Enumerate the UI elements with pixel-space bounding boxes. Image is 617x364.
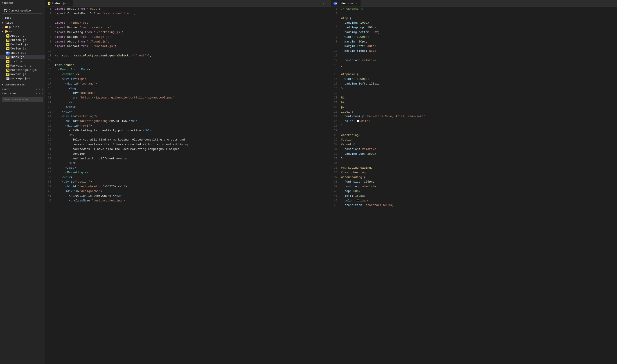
code-line: 7 width: 1000px;: [331, 35, 617, 39]
code-line: 35 </div>: [45, 166, 331, 170]
info-section[interactable]: ▶ INFO: [0, 15, 45, 20]
code-line: 26 <div id="row1">: [45, 124, 331, 128]
code-line: 39 <h1 id="designheading">DESIGN.</h1>: [45, 184, 331, 189]
file-design-js[interactable]: JS Design.js: [0, 47, 45, 51]
code-line: 16 width: 1200px;: [331, 77, 617, 82]
code-line: 24 <div id="marketing">: [45, 114, 331, 119]
code-line: 18}: [331, 86, 617, 91]
code-editor-css[interactable]: 1/* GENERAL */ 2 3#top { 4 padding: 100p…: [331, 7, 617, 364]
code-line: 13root.render(: [45, 63, 331, 68]
code-line: 14 <React.StrictMode>: [45, 67, 331, 72]
tab-css-close[interactable]: ×: [355, 1, 358, 5]
files-chevron: ▼: [2, 22, 3, 24]
code-line: 34 </p>: [45, 161, 331, 166]
js-icon: JS: [6, 47, 10, 50]
code-line: 35#marketingheading,: [331, 166, 617, 170]
code-line: 33}: [331, 156, 617, 161]
code-line: 6import Marketing from './Marketing.js';: [45, 30, 331, 35]
folder-icon-src: 📂: [4, 30, 8, 33]
css-icon: CSS: [6, 52, 10, 55]
info-chevron: ▶: [2, 17, 3, 19]
file-contact-js[interactable]: JS Contact.js: [0, 42, 45, 47]
code-line: 5import Navbar from './Navbar.js';: [45, 26, 331, 30]
code-line: 28 <p>: [45, 133, 331, 138]
project-label: PROJECT: [2, 2, 13, 4]
code-line: 3#top {: [331, 16, 617, 21]
code-line: 28#marketing,: [331, 133, 617, 138]
deps-section[interactable]: ▼ DEPENDENCIES: [0, 82, 45, 87]
code-line: 37 </div>: [45, 175, 331, 180]
file-tree: ▶ 📁 public ▼ 📂 src JS About.js JS Button…: [0, 25, 45, 82]
code-line: 33 and design for different events.: [45, 156, 331, 161]
code-line: 32 develop: [45, 152, 331, 156]
code-line: 40 top: 60px;: [331, 189, 617, 194]
code-line: 34: [331, 161, 617, 166]
dep-react: react 18.2.0: [0, 88, 45, 91]
file-marketingold-js[interactable]: JS Marketingold.js: [0, 68, 45, 72]
tab-js-close[interactable]: ×: [67, 1, 70, 5]
code-line: 32 padding-top: 250px;: [331, 152, 617, 156]
code-line: 36 <Marketing />: [45, 170, 331, 175]
files-section[interactable]: ▼ FILES: [0, 20, 45, 25]
code-line: 3: [45, 16, 331, 21]
code-line: 12 position: relative;: [331, 58, 617, 63]
code-line: 40 <div id="designrow1">: [45, 189, 331, 194]
editor-tabs-js: JS index.js × ···: [45, 0, 331, 7]
folder-public[interactable]: ▶ 📁 public: [0, 25, 45, 29]
code-line: 22 </div>: [45, 105, 331, 110]
code-line: 18 <img: [45, 86, 331, 91]
code-line: 27: [331, 128, 617, 133]
code-line: 5 padding-top: 100px;: [331, 26, 617, 30]
dep-react-dom: react-dom 18.2.0: [0, 91, 45, 96]
code-line: 9import Contact from './Contact.js';: [45, 44, 331, 49]
code-line: 30#about {: [331, 142, 617, 147]
code-line: 37#abouheading {: [331, 175, 617, 180]
file-package-json[interactable]: {} package.json: [0, 77, 45, 81]
code-line: 19 id="namename": [45, 91, 331, 96]
connect-repository-button[interactable]: Connect repository: [2, 8, 43, 13]
json-icon: {}: [6, 77, 10, 80]
file-marketing-js[interactable]: JS Marketing.js: [0, 64, 45, 68]
code-line: 20 src="https://jayywang.github.io/portf…: [45, 96, 331, 100]
cloud-icon[interactable]: ☁: [39, 1, 43, 5]
tab-css-icon: CSS: [334, 2, 337, 5]
js-icon: JS: [6, 73, 10, 76]
code-line: 36#designheading,: [331, 170, 617, 175]
code-line: 19: [331, 91, 617, 96]
code-line: 1/* GENERAL */: [331, 7, 617, 12]
editor-tabs-css: CSS index.css ×: [331, 0, 617, 7]
file-button-js[interactable]: JS Button.js: [0, 38, 45, 42]
code-line: 29 Below you will find my marketing-rela…: [45, 138, 331, 142]
code-line: 1import React from 'react';: [45, 7, 331, 12]
file-navbar-js[interactable]: JS Navbar.js: [0, 72, 45, 77]
github-icon: [4, 9, 7, 12]
tab-index-css[interactable]: CSS index.css ×: [331, 0, 361, 7]
tab-more-button[interactable]: ···: [321, 0, 331, 7]
editor-panel-js: JS index.js × ··· 1import React from 're…: [45, 0, 331, 364]
file-index-css[interactable]: CSS index.css: [0, 51, 45, 55]
code-line: 22p,: [331, 105, 617, 110]
file-list-js[interactable]: JS List.js: [0, 59, 45, 64]
code-line: 13}: [331, 63, 617, 68]
code-line: 10 margin-right: auto;: [331, 49, 617, 53]
file-about-js[interactable]: JS About.js: [0, 34, 45, 38]
code-line: 38 font-size: 125px;: [331, 180, 617, 184]
package-name-input[interactable]: [2, 97, 43, 102]
code-line: 23 </div>: [45, 110, 331, 115]
code-line: 31 coursework. I have also included mark…: [45, 147, 331, 152]
code-line: 4 padding: 100px;: [331, 21, 617, 26]
code-line: 17 padding-left: 120px;: [331, 82, 617, 86]
file-index-js[interactable]: JS index.js: [0, 55, 45, 59]
folder-src[interactable]: ▼ 📂 src: [0, 29, 45, 34]
code-line: 10: [45, 49, 331, 53]
code-line: 41 left: 150px;: [331, 194, 617, 198]
code-line: 4import './index.css';: [45, 21, 331, 26]
code-line: 2: [331, 12, 617, 16]
js-icon: JS: [6, 43, 10, 46]
code-line: 42 color: black;: [331, 198, 617, 203]
code-line: 25 color: white;: [331, 119, 617, 124]
js-icon: JS: [6, 39, 10, 42]
code-editor-js[interactable]: 1import React from 'react'; 2import { cr…: [45, 7, 331, 364]
code-line: 9 margin-left: auto;: [331, 44, 617, 49]
tab-index-js[interactable]: JS index.js ×: [45, 0, 73, 7]
